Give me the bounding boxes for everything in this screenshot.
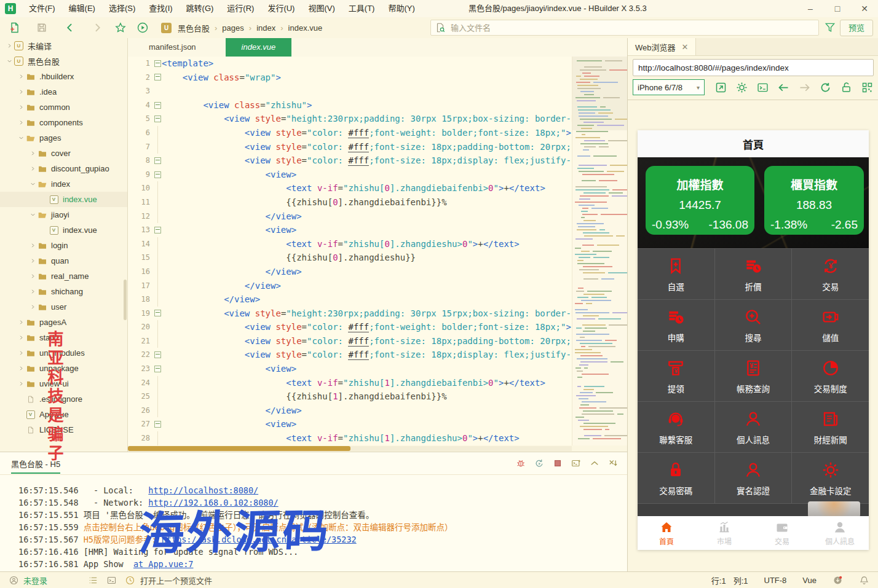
chevron-right-icon[interactable] <box>5 42 14 50</box>
menu-item[interactable]: 帮助(Y) <box>381 0 421 17</box>
line-number[interactable]: 20 <box>128 320 153 334</box>
chevron-right-icon[interactable] <box>17 334 25 342</box>
code-line[interactable]: 8 <view style="color: #fff;font-size: 18… <box>128 154 572 168</box>
open-external-icon[interactable] <box>714 81 727 94</box>
menu-item[interactable]: 跳转(G) <box>180 0 221 17</box>
minimap[interactable] <box>572 57 628 445</box>
line-number[interactable]: 2 <box>128 71 153 85</box>
line-number[interactable]: 3 <box>128 84 153 98</box>
preview-button[interactable]: 预览 <box>840 20 873 36</box>
chevron-down-icon[interactable] <box>17 134 25 143</box>
code-line[interactable]: 2 <view class="wrap"> <box>128 71 572 85</box>
fold-toggle-icon[interactable] <box>153 71 162 85</box>
code-line[interactable]: 17 </view> <box>128 279 572 293</box>
line-number[interactable]: 1 <box>128 57 153 71</box>
tree-item-static[interactable]: static <box>0 330 127 345</box>
file-search-box[interactable] <box>430 20 819 36</box>
chevron-right-icon[interactable] <box>17 318 25 327</box>
log-link[interactable]: at App.vue:7 <box>133 559 194 569</box>
menu-item[interactable]: 发行(U) <box>261 0 301 17</box>
tree-item--hbuilderx[interactable]: .hbuilderx <box>0 69 127 84</box>
line-number[interactable]: 10 <box>128 181 153 195</box>
grid-item-pie[interactable]: 交易制度 <box>792 351 869 401</box>
chevron-right-icon[interactable] <box>17 88 25 96</box>
notifications-bell-icon[interactable] <box>859 575 869 586</box>
nav-item-home[interactable]: 首頁 <box>638 516 695 550</box>
star-icon[interactable] <box>114 22 127 34</box>
chevron-right-icon[interactable] <box>17 103 25 112</box>
line-number[interactable]: 19 <box>128 307 153 321</box>
code-line[interactable]: 5 <view style="height:230rpx;padding: 30… <box>128 112 572 126</box>
user-icon[interactable] <box>9 575 19 586</box>
grid-item-search-plus[interactable]: 搜尋 <box>715 300 792 350</box>
code-line[interactable]: 6 <view style="color: #fff;font-weight: … <box>128 126 572 140</box>
maximize-icon[interactable]: □ <box>824 0 851 17</box>
grid-item-news[interactable]: 財經新聞 <box>792 402 869 452</box>
code-line[interactable]: 27 <view> <box>128 417 572 431</box>
line-number[interactable]: 4 <box>128 98 153 112</box>
chevron-right-icon[interactable] <box>17 349 25 358</box>
stop-icon[interactable] <box>552 458 563 469</box>
preview-file-icon[interactable] <box>125 575 135 586</box>
tree-item-pages[interactable]: pages <box>0 130 127 146</box>
line-number[interactable]: 21 <box>128 334 153 348</box>
tree-item-discount-gupiao[interactable]: discount_gupiao <box>0 161 127 176</box>
code-line[interactable]: 14 <text v-if="zhishu[0].zhangdieshu>0">… <box>128 237 572 251</box>
code-line[interactable]: 19 <view style="height:230rpx;padding: 3… <box>128 307 572 321</box>
line-number[interactable]: 17 <box>128 279 153 293</box>
close-icon[interactable]: ✕ <box>851 0 878 17</box>
grid-item-bill[interactable]: ¥帳務查詢 <box>715 351 792 401</box>
nav-forward-icon[interactable] <box>798 81 811 94</box>
encoding-label[interactable]: UTF-8 <box>764 576 787 585</box>
fold-toggle-icon[interactable] <box>153 223 162 237</box>
tree-item-quan[interactable]: quan <box>0 253 127 269</box>
refresh-icon[interactable] <box>819 81 832 94</box>
tree-item-cover[interactable]: cover <box>0 146 127 161</box>
chevron-right-icon[interactable] <box>28 257 37 265</box>
grid-item-deposit[interactable]: 儲值 <box>792 300 869 350</box>
code-editor[interactable]: 1<template>2 <view class="wrap">34 <view… <box>128 57 572 445</box>
code-line[interactable]: 12 </view> <box>128 210 572 224</box>
line-number[interactable]: 16 <box>128 265 153 279</box>
sidebar-scrollbar[interactable] <box>124 280 127 320</box>
restart-icon[interactable] <box>534 458 545 469</box>
chevron-right-icon[interactable] <box>17 364 25 373</box>
chevron-down-icon[interactable] <box>28 180 37 189</box>
tree-item--[interactable]: U黑色台股 <box>0 53 127 69</box>
menu-item[interactable]: 工具(T) <box>342 0 382 17</box>
search-input[interactable] <box>449 23 818 33</box>
code-line[interactable]: 15 {{zhishu[0].zhangdieshu}} <box>128 251 572 265</box>
minimize-icon[interactable]: – <box>797 0 824 17</box>
code-line[interactable]: 13 <view> <box>128 223 572 237</box>
tree-item-uni-modules[interactable]: uni_modules <box>0 345 127 361</box>
console-icon[interactable] <box>756 81 769 94</box>
fold-toggle-icon[interactable] <box>153 57 162 71</box>
nav-back-icon[interactable] <box>777 81 790 94</box>
line-number[interactable]: 27 <box>128 417 153 431</box>
code-line[interactable]: 24 <text v-if="zhishu[1].zhangdiebaifenb… <box>128 376 572 390</box>
browser-tab[interactable]: Web浏览器 ✕ <box>628 38 696 55</box>
update-badge-icon[interactable] <box>833 575 843 586</box>
code-line[interactable]: 10 <text v-if="zhishu[0].zhangdiebaifenb… <box>128 181 572 195</box>
tree-item-index[interactable]: index <box>0 176 127 192</box>
collapse-icon[interactable] <box>589 458 600 469</box>
fold-toggle-icon[interactable] <box>153 307 162 321</box>
fold-toggle-icon[interactable] <box>153 417 162 431</box>
line-number[interactable]: 25 <box>128 390 153 404</box>
line-number[interactable]: 6 <box>128 126 153 140</box>
tree-item-shichang[interactable]: shichang <box>0 284 127 299</box>
breadcrumb-item[interactable]: index.vue <box>288 23 323 33</box>
code-line[interactable]: 20 <view style="color: #fff;font-weight:… <box>128 320 572 334</box>
chevron-right-icon[interactable] <box>17 119 25 127</box>
language-label[interactable]: Vue <box>802 576 817 585</box>
code-line[interactable]: 23 <view> <box>128 362 572 376</box>
chevron-right-icon[interactable] <box>28 149 37 158</box>
open-last-preview[interactable]: 打开上一个预览文件 <box>140 574 212 586</box>
console-tab[interactable]: 黑色台股 - H5 <box>11 458 60 474</box>
tab-manifest-json[interactable]: manifest.json <box>140 38 205 57</box>
chevron-right-icon[interactable] <box>28 288 37 296</box>
code-line[interactable]: 3 <box>128 84 572 98</box>
grid-item-headset[interactable]: 聯繫客服 <box>638 402 714 452</box>
fold-toggle-icon[interactable] <box>153 362 162 376</box>
editor-hscroll-thumb[interactable] <box>128 446 350 451</box>
